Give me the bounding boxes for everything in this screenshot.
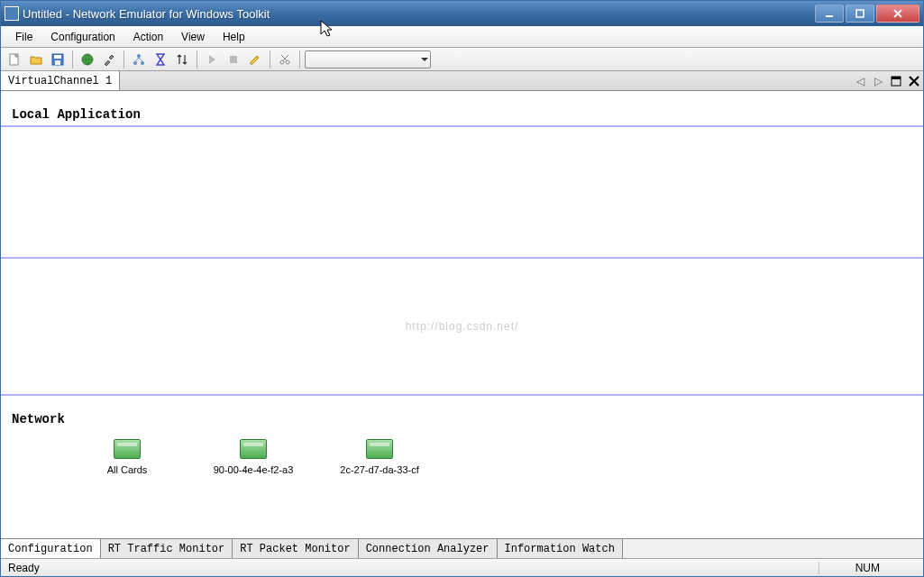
window-title: Untitled - Network Emulator for Windows … (23, 7, 813, 21)
svg-point-7 (137, 54, 141, 58)
svg-rect-0 (826, 15, 833, 17)
stop-icon[interactable] (224, 50, 243, 69)
scissors-icon[interactable] (275, 50, 295, 69)
toolbar (1, 48, 923, 71)
tools-icon[interactable] (99, 50, 119, 69)
svg-point-12 (286, 60, 289, 64)
clear-icon[interactable] (245, 50, 265, 69)
window-controls (813, 5, 919, 23)
tab-new-icon[interactable] (887, 71, 905, 90)
status-numlock: NUM (819, 562, 916, 574)
network-icon[interactable] (129, 50, 149, 69)
svg-rect-1 (856, 10, 864, 17)
mid-section: http://blog.csdn.net/ (1, 259, 923, 394)
statusbar: Ready NUM (1, 558, 923, 576)
menu-help[interactable]: Help (214, 28, 254, 46)
bottom-tabs: Configuration RT Traffic Monitor RT Pack… (1, 538, 923, 558)
toolbar-separator (197, 50, 197, 69)
play-icon[interactable] (202, 50, 222, 69)
maximize-button[interactable] (846, 5, 874, 23)
minimize-button[interactable] (815, 5, 844, 23)
svg-point-8 (133, 61, 137, 65)
nic-item[interactable]: 90-00-4e-4e-f2-a3 (208, 439, 298, 475)
save-icon[interactable] (48, 50, 68, 69)
content-area: Local Application http://blog.csdn.net/ … (1, 91, 923, 538)
toolbar-separator (72, 50, 73, 69)
tab-close-icon[interactable] (905, 71, 923, 90)
nic-card-icon (240, 439, 267, 459)
svg-point-11 (280, 60, 284, 64)
menu-view[interactable]: View (172, 28, 214, 46)
nic-label: 90-00-4e-4e-f2-a3 (214, 464, 294, 475)
toolbar-separator (299, 50, 300, 69)
toolbar-separator (124, 50, 124, 69)
nic-item[interactable]: 2c-27-d7-da-33-cf (334, 439, 425, 475)
nic-all-cards[interactable]: All Cards (82, 439, 172, 475)
svg-rect-14 (892, 77, 901, 79)
svg-rect-5 (55, 60, 60, 65)
nic-card-icon (366, 439, 393, 459)
open-icon[interactable] (26, 50, 46, 69)
toolbar-combobox[interactable] (305, 50, 431, 69)
nic-card-icon (114, 439, 141, 459)
globe-icon[interactable] (78, 50, 97, 69)
chevron-down-icon (421, 58, 428, 61)
tab-next-icon[interactable]: ▷ (869, 71, 887, 90)
tab-virtualchannel[interactable]: VirtualChannel 1 (1, 71, 120, 90)
svg-point-9 (141, 61, 144, 65)
titlebar: Untitled - Network Emulator for Windows … (1, 1, 923, 26)
sort-icon[interactable] (172, 50, 192, 69)
menu-configuration[interactable]: Configuration (41, 28, 124, 46)
nic-label: 2c-27-d7-da-33-cf (340, 464, 418, 475)
tab-prev-icon[interactable]: ◁ (851, 71, 869, 90)
status-text: Ready (8, 562, 40, 574)
nic-label: All Cards (107, 464, 148, 475)
svg-rect-10 (230, 56, 237, 63)
btab-information-watch[interactable]: Information Watch (498, 539, 623, 558)
btab-connection-analyzer[interactable]: Connection Analyzer (359, 539, 498, 558)
watermark-text: http://blog.csdn.net/ (406, 320, 519, 333)
close-button[interactable] (876, 5, 919, 23)
tabbar: VirtualChannel 1 ◁ ▷ (1, 71, 923, 91)
section-local-application-title: Local Application (1, 91, 923, 125)
btab-rt-traffic-monitor[interactable]: RT Traffic Monitor (101, 539, 233, 558)
btab-configuration[interactable]: Configuration (1, 539, 101, 558)
local-application-body (1, 127, 923, 257)
menu-file[interactable]: File (6, 28, 41, 46)
section-network-title: Network (1, 396, 923, 430)
svg-rect-4 (54, 55, 61, 59)
hourglass-icon[interactable] (151, 50, 170, 69)
app-icon (5, 6, 19, 21)
new-icon[interactable] (5, 50, 24, 69)
toolbar-separator (270, 50, 270, 69)
menubar: File Configuration Action View Help (1, 26, 923, 48)
network-body: All Cards 90-00-4e-4e-f2-a3 2c-27-d7-da-… (1, 430, 923, 484)
btab-rt-packet-monitor[interactable]: RT Packet Monitor (233, 539, 358, 558)
menu-action[interactable]: Action (124, 28, 172, 46)
